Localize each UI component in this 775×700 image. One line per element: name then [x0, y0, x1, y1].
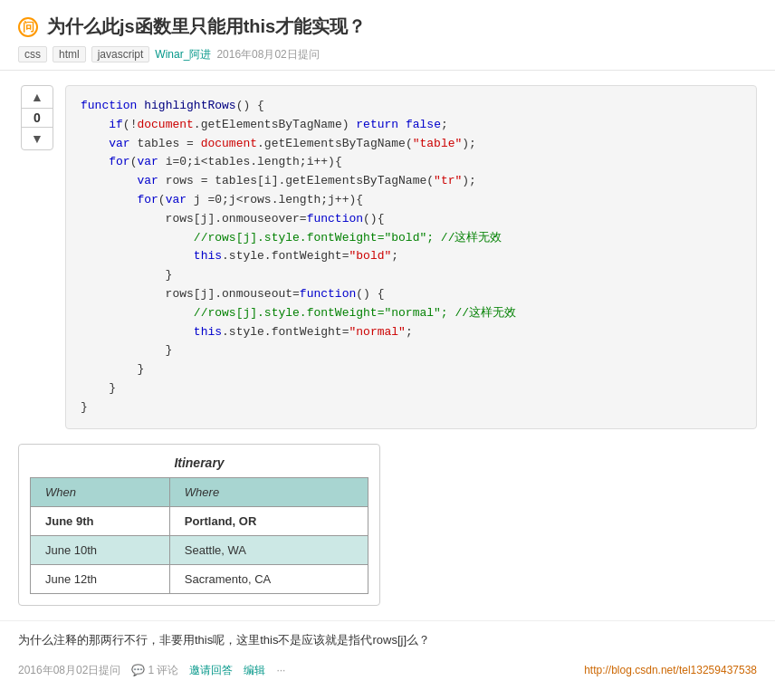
author-link[interactable]: Winar_阿进 — [155, 47, 211, 62]
cell-where-3: Sacramento, CA — [169, 564, 368, 593]
code-block: function highlightRows() { if(!document.… — [65, 85, 757, 429]
bottom-meta-row: 2016年08月02日提问 💬 1 评论 邀请回答 编辑 ··· http://… — [0, 656, 775, 686]
table-section: Itinerary When Where June 9th Portland, … — [0, 444, 775, 620]
question-body: 为什么注释的那两行不行，非要用this呢，这里this不是应该就是指代rows[… — [18, 633, 430, 647]
code-line-10: } — [81, 266, 742, 285]
code-line-17: } — [81, 398, 742, 417]
code-line-3: var tables = document.getElementsByTagNa… — [81, 135, 742, 154]
code-line-9: this.style.fontWeight="bold"; — [81, 247, 742, 266]
question-title-row: 问 为什么此js函数里只能用this才能实现？ — [18, 14, 757, 39]
table-row: June 12th Sacramento, CA — [31, 564, 368, 593]
comment-icon-symbol: 💬 — [131, 664, 145, 676]
tag-javascript[interactable]: javascript — [91, 46, 150, 62]
code-line-4: for(var i=0;i<tables.length;i++){ — [81, 153, 742, 172]
invite-answer-link[interactable]: 邀请回答 — [189, 663, 233, 678]
cell-when-2: June 10th — [31, 535, 170, 564]
code-line-8: //rows[j].style.fontWeight="bold"; //这样无… — [81, 229, 742, 248]
question-meta: css html javascript Winar_阿进 2016年08月02日… — [18, 46, 757, 62]
code-line-6: for(var j =0;j<rows.length;j++){ — [81, 191, 742, 210]
question-badge: 问 — [18, 17, 38, 37]
code-line-5: var rows = tables[i].getElementsByTagNam… — [81, 172, 742, 191]
more-options[interactable]: ··· — [276, 664, 285, 676]
page-container: 问 为什么此js函数里只能用this才能实现？ css html javascr… — [0, 0, 775, 700]
comment-count: 1 评论 — [148, 663, 178, 678]
vote-box: ▲ 0 ▼ — [21, 85, 53, 150]
vote-up-button[interactable]: ▲ — [22, 86, 53, 108]
bottom-question-text: 为什么注释的那两行不行，非要用this呢，这里this不是应该就是指代rows[… — [0, 620, 775, 656]
page-title: 为什么此js函数里只能用this才能实现？ — [47, 14, 366, 39]
tag-css[interactable]: css — [18, 46, 47, 62]
cell-when-3: June 12th — [31, 564, 170, 593]
content-area: ▲ 0 ▼ function highlightRows() { if(!doc… — [0, 71, 775, 444]
table-header-row: When Where — [31, 477, 368, 506]
header-where: Where — [169, 477, 368, 506]
vote-count: 0 — [22, 108, 53, 128]
itinerary-table: When Where June 9th Portland, OR June 10… — [30, 477, 368, 594]
comment-link[interactable]: 💬 1 评论 — [131, 663, 178, 678]
cell-where-2: Seattle, WA — [169, 535, 368, 564]
code-line-7: rows[j].onmouseover=function(){ — [81, 210, 742, 229]
vote-down-button[interactable]: ▼ — [22, 128, 53, 149]
header-when: When — [31, 477, 170, 506]
tag-html[interactable]: html — [53, 46, 86, 62]
code-line-16: } — [81, 379, 742, 398]
vote-column: ▲ 0 ▼ — [18, 85, 56, 429]
blog-url: http://blog.csdn.net/tel13259437538 — [584, 664, 757, 676]
code-line-12: //rows[j].style.fontWeight="normal"; //这… — [81, 304, 742, 323]
question-header: 问 为什么此js函数里只能用this才能实现？ css html javascr… — [0, 0, 775, 71]
code-line-15: } — [81, 360, 742, 379]
code-line-1: function highlightRows() { — [81, 97, 742, 116]
bottom-date: 2016年08月02日提问 — [18, 663, 120, 678]
itinerary-title: Itinerary — [30, 455, 368, 470]
edit-link[interactable]: 编辑 — [244, 663, 265, 678]
question-date: 2016年08月02日提问 — [216, 47, 319, 62]
table-row: June 10th Seattle, WA — [31, 535, 368, 564]
code-line-2: if(!document.getElementsByTagName) retur… — [81, 116, 742, 135]
itinerary-wrapper: Itinerary When Where June 9th Portland, … — [18, 444, 380, 606]
code-line-13: this.style.fontWeight="normal"; — [81, 323, 742, 342]
cell-where-1: Portland, OR — [169, 506, 368, 535]
code-line-11: rows[j].onmouseout=function() { — [81, 285, 742, 304]
code-line-14: } — [81, 341, 742, 360]
cell-when-1: June 9th — [31, 506, 170, 535]
table-row: June 9th Portland, OR — [31, 506, 368, 535]
